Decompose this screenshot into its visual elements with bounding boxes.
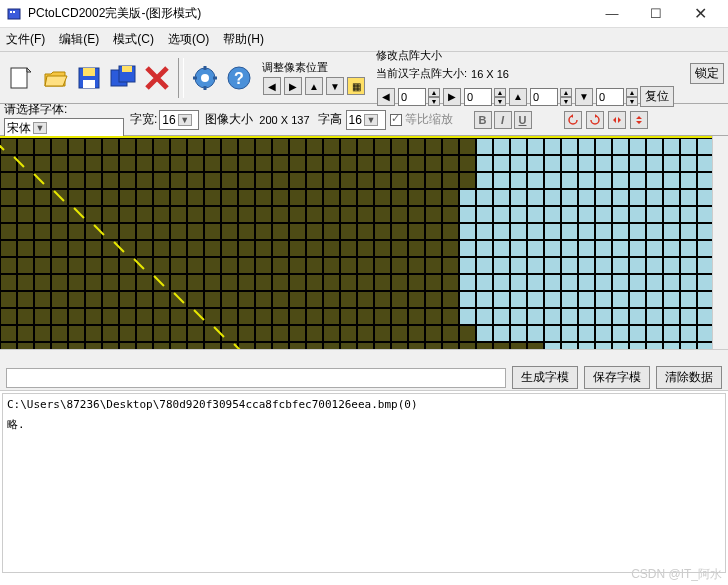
minimize-button[interactable]: — [590, 1, 634, 27]
window-title: PCtoLCD2002完美版-(图形模式) [28, 5, 590, 22]
text-input[interactable] [6, 368, 506, 388]
char-width-dropdown[interactable]: 16▼ [159, 110, 199, 130]
pixel-grid[interactable] [0, 138, 728, 359]
menu-mode[interactable]: 模式(C) [113, 31, 154, 48]
svg-rect-2 [13, 11, 15, 13]
pixel-adjust-panel: 调整像素位置 ◀ ▶ ▲ ▼ ▦ [262, 60, 372, 95]
shift-left-icon[interactable]: ◀ [263, 77, 281, 95]
maximize-button[interactable]: ☐ [634, 1, 678, 27]
action-row: 生成字模 保存字模 清除数据 [0, 365, 728, 391]
svg-rect-0 [8, 9, 20, 19]
pixel-adjust-label: 调整像素位置 [262, 60, 372, 75]
width-dec-icon[interactable]: ◀ [377, 88, 395, 106]
scale-label: 等比缩放 [405, 111, 453, 128]
svg-rect-5 [83, 68, 95, 76]
width-spinner[interactable]: 0 [398, 88, 426, 106]
save-icon[interactable] [73, 62, 105, 94]
italic-button[interactable]: I [494, 111, 512, 129]
lock-button[interactable]: 锁定 [690, 63, 724, 84]
height-spin-buttons[interactable]: ▲▼ [560, 88, 572, 106]
highlight-icon[interactable]: ▦ [347, 77, 365, 95]
width-inc-icon[interactable]: ▶ [443, 88, 461, 106]
generate-button[interactable]: 生成字模 [512, 366, 578, 389]
output-line1: C:\Users\87236\Desktop\780d920f30954cca8… [7, 398, 721, 411]
save-as-icon[interactable] [107, 62, 139, 94]
image-size-value: 200 X 137 [259, 114, 309, 126]
menu-options[interactable]: 选项(O) [168, 31, 209, 48]
shift-right-icon[interactable]: ▶ [284, 77, 302, 95]
toolbar: ? 调整像素位置 ◀ ▶ ▲ ▼ ▦ 修改点阵大小 当前汉字点阵大小: 16 X… [0, 52, 728, 104]
new-icon[interactable] [5, 62, 37, 94]
height2-spinner[interactable]: 0 [596, 88, 624, 106]
height-inc-icon[interactable]: ▼ [575, 88, 593, 106]
current-size-value: 16 X 16 [471, 68, 509, 80]
svg-point-11 [201, 74, 209, 82]
flip-h-icon[interactable] [608, 111, 626, 129]
char-width-label: 字宽: [130, 111, 157, 128]
rotate-left-icon[interactable] [564, 111, 582, 129]
current-size-label: 当前汉字点阵大小: [376, 66, 467, 81]
width2-spin-buttons[interactable]: ▲▼ [494, 88, 506, 106]
svg-text:?: ? [234, 70, 244, 87]
canvas-scroll-v[interactable] [712, 136, 728, 349]
menu-help[interactable]: 帮助(H) [223, 31, 264, 48]
image-size-label: 图像大小 [205, 111, 253, 128]
close-button[interactable]: ✕ [678, 1, 722, 27]
clear-button[interactable]: 清除数据 [656, 366, 722, 389]
output-line2: 略. [7, 417, 721, 432]
rotate-right-icon[interactable] [586, 111, 604, 129]
char-height-label: 字高 [318, 111, 342, 128]
settings-icon[interactable] [189, 62, 221, 94]
shift-down-icon[interactable]: ▼ [326, 77, 344, 95]
width-spin-buttons[interactable]: ▲▼ [428, 88, 440, 106]
save-font-button[interactable]: 保存字模 [584, 366, 650, 389]
svg-rect-9 [122, 66, 132, 72]
matrix-size-label: 修改点阵大小 [376, 48, 442, 63]
char-height-dropdown[interactable]: 16▼ [346, 110, 386, 130]
delete-icon[interactable] [141, 62, 173, 94]
separator [178, 58, 184, 98]
svg-rect-6 [83, 80, 95, 88]
flip-v-icon[interactable] [630, 111, 648, 129]
canvas-scroll-h[interactable] [0, 349, 728, 365]
scale-checkbox[interactable] [390, 114, 402, 126]
height-dec-icon[interactable]: ▲ [509, 88, 527, 106]
reset-button[interactable]: 复位 [640, 86, 674, 107]
width2-spinner[interactable]: 0 [464, 88, 492, 106]
window-buttons: — ☐ ✕ [590, 1, 722, 27]
height-spinner[interactable]: 0 [530, 88, 558, 106]
open-icon[interactable] [39, 62, 71, 94]
canvas[interactable] [0, 136, 728, 365]
shift-up-icon[interactable]: ▲ [305, 77, 323, 95]
titlebar: PCtoLCD2002完美版-(图形模式) — ☐ ✕ [0, 0, 728, 28]
bold-button[interactable]: B [474, 111, 492, 129]
font-dropdown[interactable]: 宋体▼ [4, 118, 124, 138]
app-icon [6, 6, 22, 22]
output-area[interactable]: C:\Users\87236\Desktop\780d920f30954cca8… [2, 393, 726, 573]
matrix-size-panel: 修改点阵大小 当前汉字点阵大小: 16 X 16 锁定 ◀ 0 ▲▼ ▶ 0 ▲… [376, 48, 724, 107]
underline-button[interactable]: U [514, 111, 532, 129]
svg-rect-1 [10, 11, 12, 13]
menu-file[interactable]: 文件(F) [6, 31, 45, 48]
menu-edit[interactable]: 编辑(E) [59, 31, 99, 48]
svg-rect-3 [11, 68, 27, 88]
height2-spin-buttons[interactable]: ▲▼ [626, 88, 638, 106]
font-row: 请选择字体: 宋体▼ 字宽: 16▼ 图像大小 200 X 137 字高 16▼… [0, 104, 728, 136]
help-icon[interactable]: ? [223, 62, 255, 94]
watermark: CSDN @IT_阿水 [631, 566, 722, 583]
